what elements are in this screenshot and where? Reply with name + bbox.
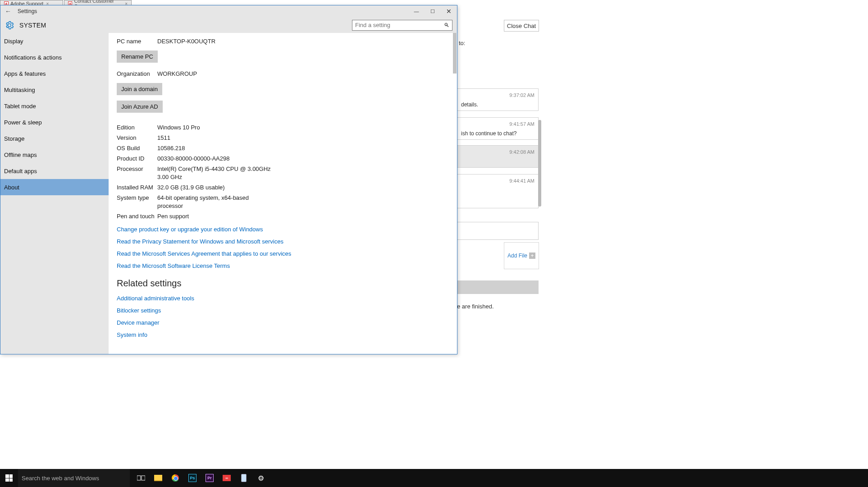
phone-icon	[241, 474, 247, 482]
taskbar-search-placeholder: Search the web and Windows	[22, 475, 99, 482]
rename-pc-button[interactable]: Rename PC	[117, 51, 158, 63]
sidebar-item-display[interactable]: Display	[0, 33, 109, 49]
info-key: System type	[117, 194, 157, 210]
info-key: OS Build	[117, 144, 157, 152]
file-explorer-icon	[154, 475, 162, 481]
close-chat-button[interactable]: Close Chat	[504, 20, 539, 32]
info-key: Product ID	[117, 155, 157, 163]
taskbar-app-premiere[interactable]: Pr	[201, 469, 218, 487]
chat-timestamp: 9:41:57 AM	[461, 121, 535, 127]
maximize-button[interactable]: ☐	[425, 5, 441, 17]
chat-text-fragment: e are finished.	[457, 303, 494, 310]
premiere-icon: Pr	[206, 474, 214, 482]
taskbar-app-photoshop[interactable]: Ps	[184, 469, 201, 487]
svg-rect-0	[137, 476, 141, 480]
task-view-icon	[137, 475, 145, 481]
sidebar-item-power-sleep[interactable]: Power & sleep	[0, 114, 109, 130]
sidebar-item-notifications[interactable]: Notifications & actions	[0, 49, 109, 65]
chat-text-fragment: ish to continue to chat?	[461, 130, 535, 137]
link-services-agreement[interactable]: Read the Microsoft Services Agreement th…	[117, 250, 449, 257]
chrome-icon	[172, 474, 179, 482]
taskbar-app-creative-cloud[interactable]: ∞	[218, 469, 235, 487]
chat-timestamp: 9:37:02 AM	[461, 92, 535, 98]
info-value: Pen support	[157, 212, 189, 221]
search-icon: 🔍︎	[444, 22, 449, 28]
chat-message: 9:44:41 AM	[457, 174, 539, 208]
info-key: Pen and touch	[117, 212, 157, 221]
chat-panel: Close Chat to: 9:37:02 AM details. 9:41:…	[457, 20, 539, 354]
link-bitlocker[interactable]: Bitlocker settings	[117, 307, 449, 314]
link-admin-tools[interactable]: Additional administrative tools	[117, 295, 449, 302]
settings-search-box[interactable]: 🔍︎	[352, 20, 452, 31]
info-key: Version	[117, 134, 157, 142]
start-button[interactable]	[0, 469, 18, 487]
taskbar-app-phone[interactable]	[235, 469, 252, 487]
window-title: Settings	[16, 8, 37, 14]
close-button[interactable]: ✕	[441, 5, 457, 17]
send-button[interactable]	[457, 280, 539, 294]
sidebar-item-tablet-mode[interactable]: Tablet mode	[0, 98, 109, 114]
sidebar-item-default-apps[interactable]: Default apps	[0, 163, 109, 179]
taskbar-app-chrome[interactable]	[167, 469, 184, 487]
titlebar: ← Settings — ☐ ✕	[0, 5, 457, 17]
chat-message: 9:41:57 AM ish to continue to chat?	[457, 117, 539, 140]
join-azure-ad-button[interactable]: Join Azure AD	[117, 101, 163, 113]
creative-cloud-icon: ∞	[223, 475, 231, 481]
related-settings-heading: Related settings	[117, 278, 449, 289]
chat-message: 9:37:02 AM details.	[457, 88, 539, 111]
svg-rect-1	[142, 476, 145, 480]
add-file-label: Add File	[507, 253, 527, 259]
info-value: 00330-80000-00000-AA298	[157, 155, 229, 163]
settings-window: ← Settings — ☐ ✕ SYSTEM 🔍︎ Display Notif…	[0, 5, 457, 354]
settings-content: ▲ PC name DESKTOP-K0OUQTR Rename PC Orga…	[109, 33, 457, 354]
back-button[interactable]: ←	[0, 8, 16, 15]
plus-icon: +	[529, 253, 535, 259]
info-value: 32.0 GB (31.9 GB usable)	[157, 184, 225, 192]
info-key: Installed RAM	[117, 184, 157, 192]
pc-name-label: PC name	[117, 37, 157, 46]
chat-message: 9:42:08 AM	[457, 145, 539, 168]
sidebar-item-about[interactable]: About	[0, 179, 109, 195]
pc-name-value: DESKTOP-K0OUQTR	[157, 37, 215, 46]
header-title: SYSTEM	[19, 22, 46, 29]
search-input[interactable]	[355, 22, 444, 28]
info-value: Intel(R) Core(TM) i5-4430 CPU @ 3.00GHz …	[157, 165, 274, 181]
sidebar-item-multitasking[interactable]: Multitasking	[0, 82, 109, 98]
chat-timestamp: 9:42:08 AM	[461, 149, 535, 155]
sidebar: Display Notifications & actions Apps & f…	[0, 33, 109, 354]
taskbar-app-settings[interactable]: ⚙︎	[252, 469, 270, 487]
header-bar: SYSTEM 🔍︎	[0, 17, 457, 33]
chat-scrollbar[interactable]	[538, 120, 541, 207]
task-view-button[interactable]	[132, 469, 150, 487]
info-value: 1511	[157, 134, 170, 142]
gear-icon: ⚙︎	[258, 474, 264, 482]
system-info-table: EditionWindows 10 Pro Version1511 OS Bui…	[117, 124, 449, 221]
sidebar-item-offline-maps[interactable]: Offline maps	[0, 147, 109, 163]
join-domain-button[interactable]: Join a domain	[117, 83, 162, 95]
info-value: 64-bit operating system, x64-based proce…	[157, 194, 274, 210]
taskbar-search[interactable]: Search the web and Windows	[18, 469, 130, 487]
related-links: Additional administrative tools Bitlocke…	[117, 295, 449, 338]
organization-label: Organization	[117, 70, 157, 78]
photoshop-icon: Ps	[188, 474, 196, 482]
minimize-button[interactable]: —	[408, 5, 425, 17]
add-file-button[interactable]: Add File +	[504, 242, 539, 269]
sidebar-item-apps-features[interactable]: Apps & features	[0, 65, 109, 82]
content-scrollbar[interactable]	[453, 33, 457, 74]
about-links: Change product key or upgrade your editi…	[117, 226, 449, 269]
windows-logo-icon	[5, 474, 13, 482]
sidebar-item-storage[interactable]: Storage	[0, 130, 109, 147]
chat-timestamp: 9:44:41 AM	[461, 178, 535, 184]
link-license-terms[interactable]: Read the Microsoft Software License Term…	[117, 262, 449, 269]
link-system-info[interactable]: System info	[117, 331, 449, 338]
taskbar-app-explorer[interactable]	[150, 469, 167, 487]
gear-icon	[5, 21, 14, 30]
taskbar: Search the web and Windows Ps Pr ∞ ⚙︎	[0, 469, 868, 487]
info-value: Windows 10 Pro	[157, 124, 200, 132]
link-device-manager[interactable]: Device manager	[117, 319, 449, 326]
link-privacy-statement[interactable]: Read the Privacy Statement for Windows a…	[117, 238, 449, 245]
link-change-product-key[interactable]: Change product key or upgrade your editi…	[117, 226, 449, 233]
chat-text-fragment: to:	[459, 40, 465, 46]
info-key: Edition	[117, 124, 157, 132]
chat-input[interactable]	[457, 222, 539, 240]
